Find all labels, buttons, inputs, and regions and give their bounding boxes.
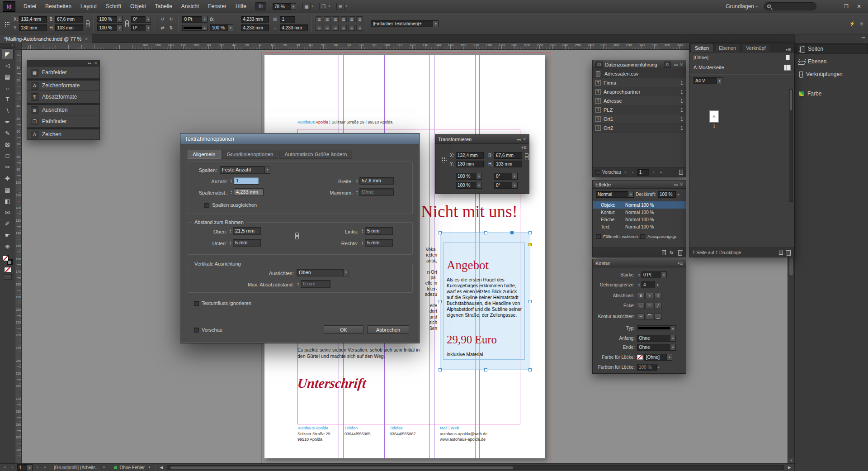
footer-col-telefax[interactable]: Telefax 03644/555067 (390, 425, 416, 437)
offer-body[interactable]: Als es die ersten Hügel des Kursivgebirg… (447, 277, 524, 318)
pencil-tool[interactable]: ✎ (2, 128, 14, 138)
tools-panel-header[interactable]: » (0, 43, 15, 48)
dialog-title[interactable]: Textrahmenoptionen (180, 133, 419, 144)
link-insets-icon[interactable] (295, 233, 299, 239)
transform-shear-field[interactable]: 0° (494, 182, 518, 189)
collapse-panel-icon[interactable]: ◂◂ (673, 182, 677, 187)
record-number-field[interactable]: 1 (637, 169, 649, 176)
transform-x-field[interactable]: 132,4 mm (456, 152, 484, 159)
gutter-field[interactable]: 4,233 mm (234, 188, 264, 196)
transform-h-field[interactable]: 103 mm (494, 161, 522, 167)
align-outside-stroke-icon[interactable]: ▁ (654, 314, 662, 320)
gap-tint-field[interactable]: 100 % (637, 364, 657, 371)
pages-scrollbar[interactable] (789, 89, 793, 202)
panel-button-absatzformate[interactable]: ¶ Absatzformate (27, 91, 99, 103)
data-source-name[interactable]: Adressaten.csv (604, 71, 638, 76)
y-position-field[interactable]: 130 mm (19, 24, 47, 31)
preflight-profile-select[interactable]: [Grundprofil] (Arbeits... (54, 465, 99, 470)
stroke-end-select[interactable]: Ohne (637, 344, 676, 351)
distribute-3-icon[interactable] (356, 25, 363, 31)
view-mode-button[interactable] (4, 274, 12, 280)
ignore-text-wrap-checkbox[interactable] (194, 301, 199, 306)
blend-mode-select[interactable]: Normal (596, 191, 634, 198)
horizontal-scroll-thumb[interactable] (170, 466, 514, 469)
justify-center-icon[interactable] (348, 16, 355, 22)
frame-handle-se[interactable] (528, 368, 532, 371)
columns-mode-select[interactable]: Feste Anzahl (220, 166, 270, 174)
page-number-field[interactable]: 1 (17, 464, 33, 471)
merge-records-icon[interactable] (679, 170, 683, 175)
stroke-weight-field[interactable]: 0 Pt (642, 271, 667, 278)
minimize-button[interactable]: – (827, 2, 840, 11)
apply-none-button[interactable] (4, 267, 11, 272)
object-style-select[interactable]: [Einfacher Textrahmen]+ (371, 20, 439, 27)
scale-y-field[interactable]: 100 % (97, 24, 123, 31)
horizontal-scrollbar[interactable] (167, 465, 784, 470)
frame-handle-e[interactable] (528, 300, 532, 303)
transform-reference-proxy[interactable] (441, 157, 447, 162)
merge-field-row[interactable]: T Ansprechpartner 1 (593, 87, 686, 96)
maximize-button[interactable]: ❐ (840, 2, 853, 11)
menu-objekt[interactable]: Objekt (126, 0, 151, 13)
bevel-join-icon[interactable]: ╱ (654, 303, 662, 309)
fx-icon[interactable]: fx. (670, 250, 675, 255)
panel-button-ausrichten[interactable]: ≣ Ausrichten (27, 103, 99, 115)
merge-field-row[interactable]: T PLZ 1 (593, 105, 686, 114)
paragraph-spacing-field[interactable]: 0 mm (301, 280, 330, 288)
panel-menu-icon[interactable]: ▾≣ (678, 261, 683, 266)
master-a-row[interactable]: A-Musterseite (689, 62, 794, 72)
next-page-icon[interactable]: › (34, 465, 40, 470)
gap-color-swatch[interactable] (637, 355, 643, 360)
tab-verknuepfungen[interactable]: Verknüpf (741, 44, 770, 52)
body-paragraph[interactable]: Es packte seine sieben Versalien, schob … (297, 347, 420, 359)
page-tool[interactable]: ▤ (2, 71, 14, 82)
rotation-angle-field[interactable]: 0° (131, 16, 151, 23)
column-width-field[interactable]: 57,6 mm (359, 177, 394, 185)
collapse-panel-icon[interactable]: ◂◂ (673, 62, 677, 67)
arrange-documents-icon[interactable]: ⊞ (336, 3, 344, 10)
knockout-group-checkbox[interactable] (640, 234, 645, 239)
footer-col-address[interactable]: Autohaus Apolda Sulzaer Straße 29 99510 … (297, 425, 330, 442)
justify-right-icon[interactable] (356, 16, 363, 22)
bridge-button[interactable]: Br (255, 2, 266, 10)
frame-handle-n[interactable] (484, 231, 487, 234)
frame-handle-filled[interactable] (510, 231, 514, 234)
hand-tool[interactable]: ☛ (2, 229, 14, 240)
tab-ebenen[interactable]: Ebenen (714, 44, 741, 52)
transform-y-field[interactable]: 130 mm (456, 161, 484, 167)
page-size-row[interactable]: A4 V (689, 76, 794, 85)
miter-limit-field[interactable]: 4 (642, 281, 655, 288)
free-transform-tool[interactable]: ✥ (2, 173, 14, 184)
distribute-1-icon[interactable] (340, 25, 347, 31)
menu-layout[interactable]: Layout (76, 0, 101, 13)
neighbor-tab[interactable]: SI (595, 62, 603, 68)
projecting-cap-icon[interactable]: ▯ (654, 293, 662, 299)
rectangle-frame-tool[interactable]: ⊠ (2, 139, 14, 150)
transform-scale-y-field[interactable]: 100 % (456, 182, 482, 189)
new-page-icon[interactable] (779, 250, 783, 255)
scroll-right-icon[interactable]: ▶ (787, 465, 793, 470)
close-button[interactable]: ✕ (853, 2, 865, 11)
tab-autosize[interactable]: Automatisch Größe ändern (279, 150, 352, 159)
offer-title[interactable]: Angebot (447, 258, 489, 272)
dock-item-seiten[interactable]: Seiten (795, 43, 868, 54)
close-panels-icon[interactable]: ✕ (94, 61, 97, 65)
selected-text-frame[interactable]: Angebot Als es die ersten Hügel des Kurs… (440, 233, 530, 370)
round-cap-icon[interactable]: ◖ (646, 293, 653, 299)
isolate-blending-checkbox[interactable] (596, 234, 601, 239)
align-top-icon[interactable] (316, 25, 322, 31)
scissors-tool[interactable]: ✂ (2, 162, 14, 172)
align-center-icon[interactable] (324, 16, 330, 22)
x-position-field[interactable]: 132,4 mm (19, 16, 47, 23)
balance-columns-checkbox[interactable] (204, 203, 209, 208)
opacity-field[interactable]: 100 % (658, 191, 676, 198)
signature-text[interactable]: Unterschrift (297, 376, 367, 391)
frame-handle-s[interactable] (484, 368, 487, 371)
control-panel-menu-icon[interactable]: ≣ (858, 20, 865, 27)
justify-left-icon[interactable] (340, 16, 347, 22)
width-field[interactable]: 67,6 mm (55, 16, 83, 23)
effects-menu-icon[interactable]: fx. (210, 17, 215, 22)
stroke-type-select[interactable] (637, 325, 676, 331)
frame-handle-sw[interactable] (439, 368, 442, 371)
gap-tool[interactable]: ↔ (2, 82, 14, 93)
